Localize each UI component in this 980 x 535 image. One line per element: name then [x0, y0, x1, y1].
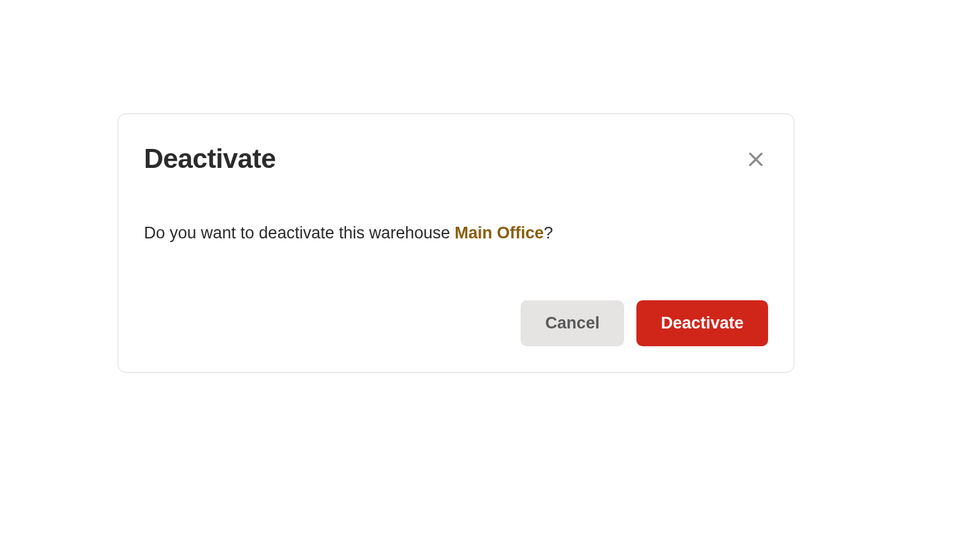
deactivate-button[interactable]: Deactivate [636, 300, 768, 346]
dialog-message: Do you want to deactivate this warehouse… [144, 222, 768, 245]
cancel-button[interactable]: Cancel [521, 300, 624, 346]
dialog-footer: Cancel Deactivate [144, 300, 768, 346]
dialog-title: Deactivate [144, 143, 276, 174]
dialog-header: Deactivate [144, 143, 768, 174]
message-prefix: Do you want to deactivate this warehouse [144, 224, 454, 242]
warehouse-name: Main Office [454, 224, 544, 242]
close-icon [746, 150, 766, 171]
deactivate-dialog: Deactivate Do you want to deactivate thi… [118, 113, 794, 373]
close-button[interactable] [744, 147, 768, 173]
message-suffix: ? [544, 224, 553, 242]
